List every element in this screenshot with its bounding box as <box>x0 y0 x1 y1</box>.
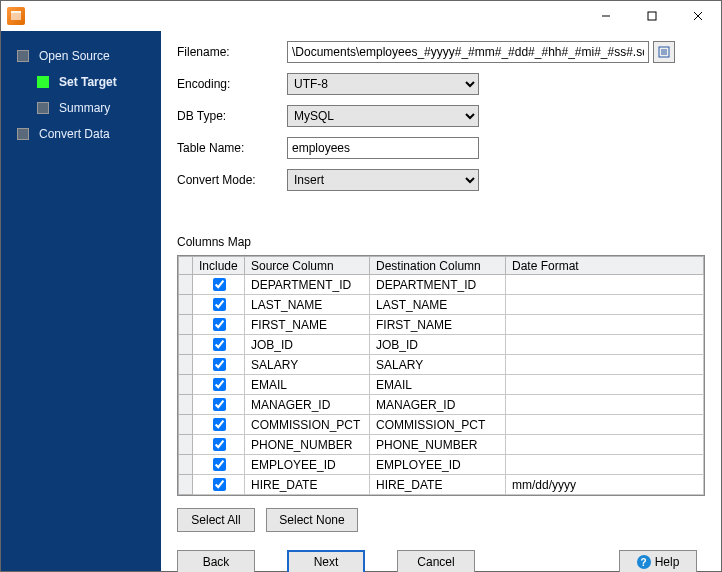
app-icon <box>7 7 25 25</box>
step-convert-data[interactable]: Convert Data <box>1 121 161 147</box>
back-button[interactable]: Back <box>177 550 255 572</box>
titlebar <box>1 1 721 31</box>
source-column-cell[interactable]: EMPLOYEE_ID <box>245 455 370 475</box>
dest-column-cell[interactable]: LAST_NAME <box>370 295 506 315</box>
select-all-button[interactable]: Select All <box>177 508 255 532</box>
source-column-cell[interactable]: DEPARTMENT_ID <box>245 275 370 295</box>
dest-column-cell[interactable]: MANAGER_ID <box>370 395 506 415</box>
include-checkbox[interactable] <box>213 478 226 491</box>
filename-input[interactable] <box>287 41 649 63</box>
step-label: Set Target <box>59 75 117 89</box>
table-row[interactable]: COMMISSION_PCTCOMMISSION_PCT <box>179 415 704 435</box>
dateformat-cell[interactable] <box>506 395 704 415</box>
table-row[interactable]: HIRE_DATEHIRE_DATEmm/dd/yyyy <box>179 475 704 495</box>
step-open-source[interactable]: Open Source <box>1 43 161 69</box>
table-row[interactable]: MANAGER_IDMANAGER_ID <box>179 395 704 415</box>
dest-column-cell[interactable]: HIRE_DATE <box>370 475 506 495</box>
include-checkbox[interactable] <box>213 398 226 411</box>
dbtype-select[interactable]: MySQL <box>287 105 479 127</box>
table-row[interactable]: JOB_IDJOB_ID <box>179 335 704 355</box>
dateformat-cell[interactable] <box>506 415 704 435</box>
include-checkbox[interactable] <box>213 418 226 431</box>
help-icon: ? <box>637 555 651 569</box>
dest-column-cell[interactable]: SALARY <box>370 355 506 375</box>
dbtype-label: DB Type: <box>177 109 287 123</box>
convertmode-label: Convert Mode: <box>177 173 287 187</box>
minimize-button[interactable] <box>583 1 629 31</box>
source-column-cell[interactable]: PHONE_NUMBER <box>245 435 370 455</box>
table-row[interactable]: LAST_NAMELAST_NAME <box>179 295 704 315</box>
tablename-input[interactable] <box>287 137 479 159</box>
row-gutter <box>179 475 193 495</box>
tablename-label: Table Name: <box>177 141 287 155</box>
maximize-button[interactable] <box>629 1 675 31</box>
include-checkbox[interactable] <box>213 438 226 451</box>
row-gutter <box>179 295 193 315</box>
browse-button[interactable] <box>653 41 675 63</box>
dateformat-cell[interactable] <box>506 275 704 295</box>
dateformat-cell[interactable] <box>506 375 704 395</box>
col-include-header[interactable]: Include <box>193 257 245 275</box>
help-button-label: Help <box>655 555 680 569</box>
encoding-select[interactable]: UTF-8 <box>287 73 479 95</box>
columns-map-grid: Include Source Column Destination Column… <box>177 255 705 496</box>
dateformat-cell[interactable] <box>506 295 704 315</box>
dest-column-cell[interactable]: JOB_ID <box>370 335 506 355</box>
source-column-cell[interactable]: HIRE_DATE <box>245 475 370 495</box>
cancel-button[interactable]: Cancel <box>397 550 475 572</box>
source-column-cell[interactable]: SALARY <box>245 355 370 375</box>
source-column-cell[interactable]: COMMISSION_PCT <box>245 415 370 435</box>
dateformat-cell[interactable] <box>506 455 704 475</box>
include-checkbox[interactable] <box>213 458 226 471</box>
dest-column-cell[interactable]: COMMISSION_PCT <box>370 415 506 435</box>
table-row[interactable]: DEPARTMENT_IDDEPARTMENT_ID <box>179 275 704 295</box>
table-row[interactable]: EMPLOYEE_IDEMPLOYEE_ID <box>179 455 704 475</box>
dest-column-cell[interactable]: EMAIL <box>370 375 506 395</box>
row-gutter <box>179 355 193 375</box>
dest-column-cell[interactable]: EMPLOYEE_ID <box>370 455 506 475</box>
select-none-button[interactable]: Select None <box>266 508 357 532</box>
close-button[interactable] <box>675 1 721 31</box>
dest-column-cell[interactable]: DEPARTMENT_ID <box>370 275 506 295</box>
dateformat-cell[interactable] <box>506 315 704 335</box>
dest-column-cell[interactable]: PHONE_NUMBER <box>370 435 506 455</box>
step-label: Open Source <box>39 49 110 63</box>
include-checkbox[interactable] <box>213 278 226 291</box>
source-column-cell[interactable]: MANAGER_ID <box>245 395 370 415</box>
step-label: Summary <box>59 101 110 115</box>
dateformat-cell[interactable] <box>506 435 704 455</box>
row-gutter <box>179 275 193 295</box>
dateformat-cell[interactable] <box>506 335 704 355</box>
svg-rect-0 <box>11 13 21 20</box>
convertmode-select[interactable]: Insert <box>287 169 479 191</box>
row-gutter <box>179 395 193 415</box>
row-gutter <box>179 375 193 395</box>
source-column-cell[interactable]: JOB_ID <box>245 335 370 355</box>
dateformat-cell[interactable] <box>506 355 704 375</box>
col-datefmt-header[interactable]: Date Format <box>506 257 704 275</box>
table-row[interactable]: PHONE_NUMBERPHONE_NUMBER <box>179 435 704 455</box>
next-button[interactable]: Next <box>287 550 365 572</box>
step-summary[interactable]: Summary <box>1 95 161 121</box>
col-dest-header[interactable]: Destination Column <box>370 257 506 275</box>
wizard-sidebar: Open Source Set Target Summary Convert D… <box>1 31 161 571</box>
col-source-header[interactable]: Source Column <box>245 257 370 275</box>
include-checkbox[interactable] <box>213 298 226 311</box>
table-row[interactable]: SALARYSALARY <box>179 355 704 375</box>
include-checkbox[interactable] <box>213 318 226 331</box>
table-row[interactable]: FIRST_NAMEFIRST_NAME <box>179 315 704 335</box>
step-set-target[interactable]: Set Target <box>1 69 161 95</box>
source-column-cell[interactable]: FIRST_NAME <box>245 315 370 335</box>
table-row[interactable]: EMAILEMAIL <box>179 375 704 395</box>
help-button[interactable]: ?Help <box>619 550 697 572</box>
row-gutter <box>179 315 193 335</box>
source-column-cell[interactable]: LAST_NAME <box>245 295 370 315</box>
step-label: Convert Data <box>39 127 110 141</box>
row-gutter <box>179 415 193 435</box>
dest-column-cell[interactable]: FIRST_NAME <box>370 315 506 335</box>
include-checkbox[interactable] <box>213 378 226 391</box>
dateformat-cell[interactable]: mm/dd/yyyy <box>506 475 704 495</box>
include-checkbox[interactable] <box>213 338 226 351</box>
source-column-cell[interactable]: EMAIL <box>245 375 370 395</box>
include-checkbox[interactable] <box>213 358 226 371</box>
